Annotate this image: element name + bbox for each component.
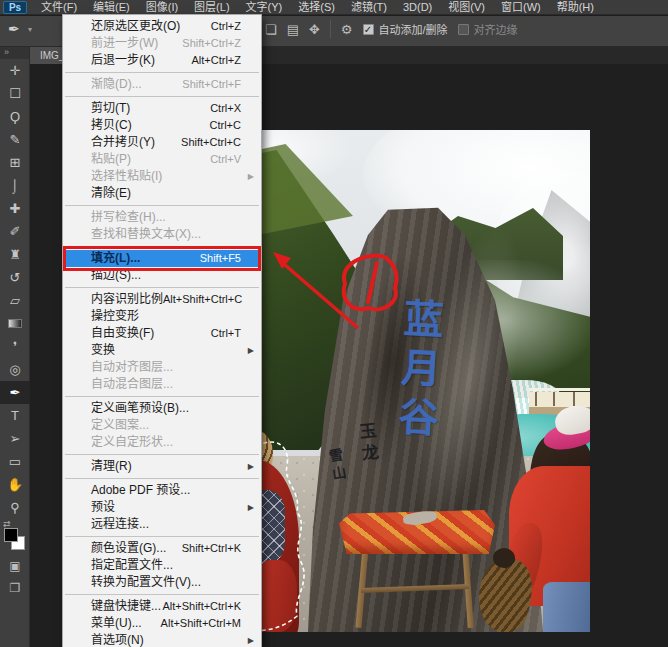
marquee-tool[interactable]: ☐ <box>0 82 30 105</box>
clone-stamp-tool[interactable]: ♜ <box>0 243 30 266</box>
menu-item[interactable]: 操控变形 <box>63 308 261 325</box>
auto-add-delete-option[interactable]: ✓ 自动添加/删除 <box>363 21 448 37</box>
pen-preset-icon[interactable]: ✒ <box>8 21 20 37</box>
menu-item[interactable]: 指定配置文件... <box>63 557 261 574</box>
history-brush-tool[interactable]: ↺ <box>0 266 30 289</box>
tool-icon: ▭ <box>9 454 21 469</box>
menu-item[interactable]: 远程连接... <box>63 516 261 533</box>
menu-item <box>63 93 261 100</box>
shape-tool[interactable]: ▭ <box>0 450 30 473</box>
chevron-down-icon[interactable]: ▾ <box>28 25 32 34</box>
options-group: ❏ ▤ ✥ ⚙ ✓ 自动添加/删除 对齐边缘 <box>265 20 518 38</box>
menu-item[interactable]: 填充(L)... Shift+F5 <box>63 250 261 267</box>
type-tool[interactable]: T <box>0 404 30 427</box>
tool-icon: Ϙ <box>10 109 20 124</box>
menu-item-label: 颜色设置(G)... <box>91 540 166 557</box>
eraser-tool[interactable]: ▱ <box>0 289 30 312</box>
menu-type[interactable]: 文字(Y) <box>238 0 291 15</box>
quick-mask-icon[interactable]: ▣ <box>0 555 30 577</box>
menu-item[interactable]: 变换 ▶ <box>63 342 261 359</box>
gradient-tool[interactable] <box>0 312 30 335</box>
path-selection-tool[interactable]: ➢ <box>0 427 30 450</box>
menu-view[interactable]: 视图(V) <box>440 0 493 15</box>
menu-item[interactable]: Adobe PDF 预设... <box>63 482 261 499</box>
menu-item: 自动混合图层... <box>63 376 261 393</box>
menu-edit[interactable]: 编辑(E) <box>85 0 138 15</box>
eyedropper-tool[interactable]: ⌡ <box>0 174 30 197</box>
path-operations-icon[interactable]: ❏ <box>265 22 277 37</box>
submenu-arrow-icon: ▶ <box>248 458 254 475</box>
blur-tool[interactable]: ❜ <box>0 335 30 358</box>
pen-tool[interactable]: ✒ <box>0 381 30 404</box>
path-alignment-icon[interactable]: ▤ <box>287 22 299 37</box>
path-arrangement-icon[interactable]: ✥ <box>309 22 320 37</box>
move-tool[interactable]: ✛ <box>0 59 30 82</box>
menu-filter[interactable]: 滤镜(T) <box>343 0 395 15</box>
checkbox-unchecked-icon[interactable] <box>458 24 469 35</box>
menu-item[interactable]: 还原选区更改(O) Ctrl+Z <box>63 18 261 35</box>
checkbox-checked-icon[interactable]: ✓ <box>363 24 374 35</box>
menu-layer[interactable]: 图层(L) <box>186 0 237 15</box>
menu-item-shortcut: Ctrl+X <box>210 100 241 117</box>
menu-item[interactable]: 清理(R) ▶ <box>63 458 261 475</box>
menu-item-label: 还原选区更改(O) <box>91 18 180 35</box>
menu-select[interactable]: 选择(S) <box>290 0 343 15</box>
collapse-panel-icon[interactable]: » <box>0 47 29 59</box>
menu-label: 视图(V) <box>448 1 485 13</box>
menu-item[interactable]: 内容识别比例 Alt+Shift+Ctrl+C <box>63 291 261 308</box>
crop-tool[interactable]: ⊞ <box>0 151 30 174</box>
menu-image[interactable]: 图像(I) <box>138 0 186 15</box>
menu-item: 定义自定形状... <box>63 434 261 451</box>
menu-label: 文字(Y) <box>246 1 283 13</box>
menu-item[interactable]: 转换为配置文件(V)... <box>63 574 261 591</box>
menu-item[interactable]: 定义画笔预设(B)... <box>63 400 261 417</box>
brush-tool[interactable]: ✐ <box>0 220 30 243</box>
menu-item <box>63 284 261 291</box>
menu-item[interactable]: 键盘快捷键... Alt+Shift+Ctrl+K <box>63 598 261 615</box>
hand-tool[interactable]: ✋ <box>0 473 30 496</box>
zoom-tool[interactable]: ⚲ <box>0 496 30 519</box>
tool-icon: ❜ <box>13 339 17 354</box>
screen-mode-icon[interactable]: ❐ <box>0 577 30 599</box>
menu-item[interactable]: 自由变换(F) Ctrl+T <box>63 325 261 342</box>
menu-window[interactable]: 窗口(W) <box>493 0 549 15</box>
tool-icon: ✐ <box>10 224 21 239</box>
menu-file[interactable]: 文件(F) <box>33 0 85 15</box>
menu-label: 3D(D) <box>403 1 432 13</box>
gear-icon[interactable]: ⚙ <box>341 22 353 37</box>
tool-icon: ✚ <box>10 201 21 216</box>
menu-item-label: 指定配置文件... <box>91 557 173 574</box>
foreground-color-swatch[interactable] <box>4 528 18 542</box>
menu-item-label: 首选项(N) <box>91 632 144 647</box>
healing-brush-tool[interactable]: ✚ <box>0 197 30 220</box>
menu-item[interactable]: 描边(S)... <box>63 267 261 284</box>
tool-icon: ↺ <box>10 270 21 285</box>
menu-item[interactable]: 剪切(T) Ctrl+X <box>63 100 261 117</box>
menu-item[interactable]: 预设 ▶ <box>63 499 261 516</box>
menu-item-shortcut: Ctrl+C <box>210 117 241 134</box>
menu-item[interactable]: 清除(E) <box>63 185 261 202</box>
menu-help[interactable]: 帮助(H) <box>549 0 602 15</box>
align-edges-option[interactable]: 对齐边缘 <box>458 21 518 37</box>
dodge-tool[interactable]: ◎ <box>0 358 30 381</box>
menu-item[interactable]: 首选项(N) ▶ <box>63 632 261 647</box>
photo-canvas[interactable]: 蓝月谷 玉龙 雪山 <box>213 130 590 632</box>
menu-item-label: 描边(S)... <box>91 267 141 284</box>
menu-item-label: 前进一步(W) <box>91 35 158 52</box>
menu-item-label: 转换为配置文件(V)... <box>91 574 201 591</box>
menu-item[interactable]: 菜单(U)... Alt+Shift+Ctrl+M <box>63 615 261 632</box>
menu-item[interactable]: 颜色设置(G)... Shift+Ctrl+K <box>63 540 261 557</box>
menu-item[interactable]: 拷贝(C) Ctrl+C <box>63 117 261 134</box>
annotation-arrow-shaft <box>285 265 358 328</box>
menu-item-shortcut: Shift+Ctrl+K <box>182 540 241 557</box>
menu-item[interactable]: 后退一步(K) Alt+Ctrl+Z <box>63 52 261 69</box>
menu-item <box>63 202 261 209</box>
quick-selection-tool[interactable]: ✎ <box>0 128 30 151</box>
photoshop-window: Ps 文件(F) 编辑(E) 图像(I) 图层(L) 文字(Y) 选择(S) 滤… <box>0 0 668 647</box>
lasso-tool[interactable]: Ϙ <box>0 105 30 128</box>
menu-3d[interactable]: 3D(D) <box>395 0 440 15</box>
menu-label: 编辑(E) <box>93 1 130 13</box>
menu-item-label: 定义自定形状... <box>91 434 173 451</box>
menu-label: 图像(I) <box>146 1 178 13</box>
menu-item[interactable]: 合并拷贝(Y) Shift+Ctrl+C <box>63 134 261 151</box>
